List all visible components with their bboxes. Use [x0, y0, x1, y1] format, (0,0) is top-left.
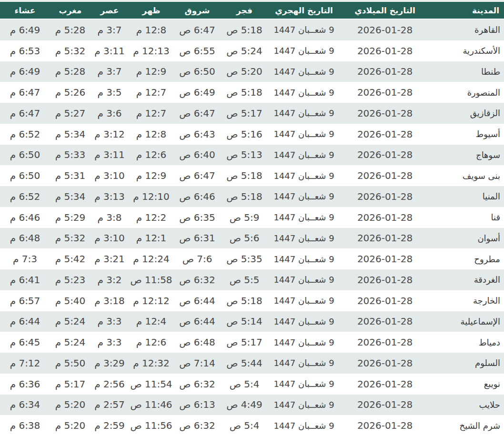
cell-dhuhr: 11:46 ص [129, 395, 174, 415]
cell-gregorian: 2026-01-28 [340, 40, 430, 61]
table-row: قنا2026-01-289 شعــبان 14475:9 ص6:35 ص12… [0, 207, 504, 228]
cell-city: حلايب [430, 395, 504, 415]
table-row: الإسماعيلية2026-01-289 شعــبان 14475:14 … [0, 311, 504, 332]
cell-hijri: 9 شعــبان 1447 [268, 207, 340, 228]
cell-gregorian: 2026-01-28 [340, 207, 430, 228]
cell-gregorian: 2026-01-28 [340, 124, 430, 145]
cell-fajr: 5:17 ص [221, 103, 268, 124]
cell-gregorian: 2026-01-28 [340, 332, 430, 353]
cell-city: بنى سويف [430, 165, 504, 186]
cell-gregorian: 2026-01-28 [340, 311, 430, 332]
cell-dhuhr: 12:7 م [129, 103, 174, 124]
cell-gregorian: 2026-01-28 [340, 374, 430, 395]
cell-asr: 3:10 م [91, 228, 129, 249]
cell-hijri: 9 شعــبان 1447 [268, 61, 340, 82]
cell-maghrib: 5:28 م [50, 61, 91, 82]
column-header-city: المدينة [430, 2, 504, 19]
cell-isha: 6:50 م [0, 165, 50, 186]
cell-city: مطروح [430, 248, 504, 269]
table-row: سوهاج2026-01-289 شعــبان 14475:13 ص6:40 … [0, 145, 504, 166]
cell-asr: 3:18 م [91, 290, 129, 311]
cell-hijri: 9 شعــبان 1447 [268, 40, 340, 61]
cell-dhuhr: 12:4 م [129, 311, 174, 332]
cell-asr: 3:11 م [91, 40, 129, 61]
cell-isha: 6:52 م [0, 186, 50, 207]
cell-gregorian: 2026-01-28 [340, 165, 430, 186]
cell-isha: 6:53 م [0, 40, 50, 61]
cell-asr: 2:56 م [91, 374, 129, 395]
cell-isha: 6:44 م [0, 311, 50, 332]
table-row: حلايب2026-01-289 شعــبان 14474:49 ص6:13 … [0, 395, 504, 415]
cell-isha: 6:48 م [0, 228, 50, 249]
cell-maghrib: 5:20 م [50, 415, 91, 435]
cell-shuruq: 6:55 ص [174, 40, 221, 61]
cell-isha: 7:12 م [0, 353, 50, 374]
cell-hijri: 9 شعــبان 1447 [268, 228, 340, 249]
cell-hijri: 9 شعــبان 1447 [268, 186, 340, 207]
cell-isha: 6:49 م [0, 19, 50, 40]
cell-maghrib: 5:29 م [50, 207, 91, 228]
cell-maghrib: 5:50 م [50, 353, 91, 374]
cell-maghrib: 5:23 م [50, 269, 91, 290]
cell-isha: 6:34 م [0, 395, 50, 415]
cell-dhuhr: 12:6 م [129, 145, 174, 166]
cell-dhuhr: 12:12 م [129, 290, 174, 311]
cell-gregorian: 2026-01-28 [340, 228, 430, 249]
cell-city: شرم الشيخ [430, 415, 504, 435]
column-header-hijri: التاريخ الهجري [268, 2, 340, 19]
cell-dhuhr: 12:9 م [129, 165, 174, 186]
cell-hijri: 9 شعــبان 1447 [268, 332, 340, 353]
cell-asr: 3:7 م [91, 61, 129, 82]
cell-asr: 3:7 م [91, 19, 129, 40]
cell-asr: 3:21 م [91, 248, 129, 269]
cell-dhuhr: 12:32 م [129, 353, 174, 374]
cell-gregorian: 2026-01-28 [340, 103, 430, 124]
cell-city: الأسكندرية [430, 40, 504, 61]
cell-maghrib: 5:40 م [50, 290, 91, 311]
cell-asr: 3:8 م [91, 207, 129, 228]
cell-maghrib: 5:33 م [50, 145, 91, 166]
cell-asr: 3:6 م [91, 103, 129, 124]
cell-gregorian: 2026-01-28 [340, 186, 430, 207]
cell-hijri: 9 شعــبان 1447 [268, 415, 340, 435]
cell-maghrib: 5:24 م [50, 332, 91, 353]
cell-shuruq: 6:13 ص [174, 395, 221, 415]
cell-hijri: 9 شعــبان 1447 [268, 82, 340, 103]
cell-maghrib: 5:27 م [50, 103, 91, 124]
cell-fajr: 5:14 ص [221, 311, 268, 332]
cell-shuruq: 6:50 ص [174, 61, 221, 82]
column-header-gregorian: التاريخ الميلادي [340, 2, 430, 19]
table-row: السلوم2026-01-289 شعــبان 14475:44 ص7:14… [0, 353, 504, 374]
table-row: بنى سويف2026-01-289 شعــبان 14475:18 ص6:… [0, 165, 504, 186]
table-header: المدينةالتاريخ الميلاديالتاريخ الهجريفجر… [0, 2, 504, 19]
cell-hijri: 9 شعــبان 1447 [268, 311, 340, 332]
cell-isha: 6:45 م [0, 332, 50, 353]
cell-shuruq: 6:43 ص [174, 124, 221, 145]
cell-hijri: 9 شعــبان 1447 [268, 145, 340, 166]
column-header-isha: عشاء [0, 2, 50, 19]
cell-fajr: 5:20 ص [221, 61, 268, 82]
cell-shuruq: 6:48 ص [174, 332, 221, 353]
cell-asr: 3:29 م [91, 353, 129, 374]
cell-city: دمياط [430, 332, 504, 353]
header-row: المدينةالتاريخ الميلاديالتاريخ الهجريفجر… [0, 2, 504, 19]
cell-asr: 3:12 م [91, 124, 129, 145]
table-row: دمياط2026-01-289 شعــبان 14475:17 ص6:48 … [0, 332, 504, 353]
cell-hijri: 9 شعــبان 1447 [268, 19, 340, 40]
cell-shuruq: 6:47 ص [174, 165, 221, 186]
table-row: الأسكندرية2026-01-289 شعــبان 14475:24 ص… [0, 40, 504, 61]
table-row: الخارجة2026-01-289 شعــبان 14475:18 ص6:4… [0, 290, 504, 311]
cell-fajr: 5:17 ص [221, 332, 268, 353]
cell-fajr: 5:9 ص [221, 207, 268, 228]
cell-fajr: 5:6 ص [221, 228, 268, 249]
cell-shuruq: 6:31 ص [174, 228, 221, 249]
cell-gregorian: 2026-01-28 [340, 353, 430, 374]
cell-maghrib: 5:24 م [50, 311, 91, 332]
cell-maghrib: 5:42 م [50, 248, 91, 269]
table-row: المنصورة2026-01-289 شعــبان 14475:18 ص6:… [0, 82, 504, 103]
cell-maghrib: 5:20 م [50, 395, 91, 415]
cell-city: سوهاج [430, 145, 504, 166]
table-row: أسوان2026-01-289 شعــبان 14475:6 ص6:31 ص… [0, 228, 504, 249]
cell-fajr: 5:18 ص [221, 165, 268, 186]
cell-city: المنصورة [430, 82, 504, 103]
